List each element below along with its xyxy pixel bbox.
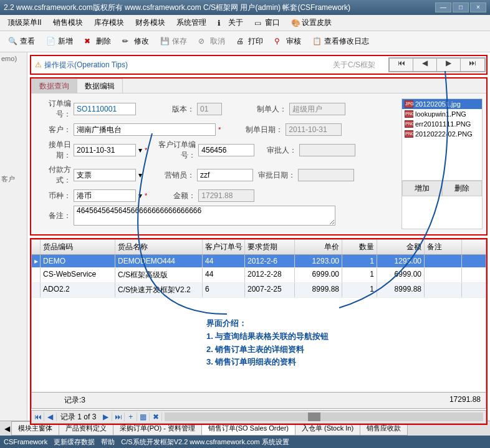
remark-input[interactable]: 464564564564566666666666666666	[74, 206, 335, 226]
pager-del[interactable]: ▦	[137, 412, 150, 421]
status-cache[interactable]: 更新缓存数据	[54, 437, 95, 447]
col-price[interactable]: 单价	[295, 240, 342, 254]
skin-icon: 🎨	[291, 19, 300, 27]
tips-center: 关于C/S框架	[320, 60, 388, 70]
table-row[interactable]: ▸ DEMODEMODEMO444442012-2-61293.0011293.…	[32, 255, 486, 268]
recv-date-input[interactable]	[74, 144, 136, 156]
search-icon: 🔍	[8, 37, 18, 47]
creator-label: 制单人：	[224, 104, 287, 115]
pager-last[interactable]: ⏭	[112, 412, 125, 421]
col-code[interactable]: 货品编码	[41, 240, 115, 254]
pay-input[interactable]	[74, 169, 136, 181]
status-framework[interactable]: CSFramework	[4, 438, 47, 446]
menu-stock[interactable]: 库存模块	[89, 16, 129, 29]
col-co[interactable]: 客户订单号	[203, 240, 245, 254]
cancel-icon: ⊘	[198, 37, 208, 47]
cust-order-label: 客户订单编号：	[150, 140, 196, 161]
file-add-button[interactable]: 增加	[402, 181, 442, 196]
statusbar: CSFramework 更新缓存数据 帮助 C/S系统开发框架V2.2 www.…	[0, 436, 490, 448]
info-icon: ℹ	[218, 19, 226, 27]
tips-label[interactable]: 操作提示(Operation Tips)	[44, 60, 128, 70]
minimize-button[interactable]: —	[435, 2, 451, 12]
left-panel: emo) 客户	[0, 52, 27, 421]
tab-edit[interactable]: 数据编辑	[77, 79, 123, 93]
cancel-button[interactable]: ⊘取消	[194, 34, 229, 49]
lp-customer[interactable]: 客户	[1, 174, 26, 184]
record-count: 记录:3	[33, 394, 117, 407]
version-label: 版本：	[138, 104, 195, 115]
nav-last-button[interactable]: ⏭	[461, 59, 484, 71]
col-date[interactable]: 要求货期	[245, 240, 295, 254]
col-qty[interactable]: 数量	[342, 240, 377, 254]
chevron-down-icon[interactable]: ▾	[138, 171, 142, 179]
h-scrollbar[interactable]	[165, 412, 483, 421]
file-item[interactable]: PNGerr20101111.PNG	[402, 119, 482, 129]
menu-sales[interactable]: 销售模块	[48, 16, 88, 29]
menu-finance[interactable]: 财务模块	[130, 16, 170, 29]
toolbar: 🔍查看 📄新增 ✖删除 ✏修改 💾保存 ⊘取消 🖨打印 ⚲审核 📋查看修改日志	[0, 31, 490, 52]
approve-button[interactable]: ⚲审核	[270, 34, 305, 49]
version-input	[197, 103, 222, 115]
menu-about[interactable]: ℹ关于	[213, 16, 248, 29]
edit-button[interactable]: ✏修改	[118, 34, 153, 49]
customer-input[interactable]	[74, 123, 216, 136]
chevron-down-icon[interactable]: ▾	[138, 191, 142, 200]
view-button[interactable]: 🔍查看	[4, 34, 39, 49]
order-no-input[interactable]	[74, 103, 136, 115]
tab-scroll-left[interactable]: ◀	[2, 424, 11, 433]
approve-date-input	[298, 169, 354, 181]
sales-input[interactable]	[197, 169, 253, 181]
file-del-button[interactable]: 删除	[442, 181, 482, 196]
menu-top[interactable]: 顶级菜单II	[2, 16, 47, 29]
pager-first[interactable]: ⏮	[32, 412, 44, 421]
pager-prev[interactable]: ◀	[44, 412, 57, 421]
col-name[interactable]: 货品名称	[115, 240, 203, 254]
nav-prev-button[interactable]: ◀	[413, 59, 437, 71]
maximize-button[interactable]: □	[453, 2, 469, 12]
currency-label: 币种：	[35, 191, 71, 201]
cust-order-input[interactable]	[198, 144, 254, 156]
menubar: 顶级菜单II 销售模块 库存模块 财务模块 系统管理 ℹ关于 ▭窗口 🎨设置皮肤	[0, 15, 490, 31]
pager-add[interactable]: +	[125, 412, 137, 421]
nav-next-button[interactable]: ▶	[437, 59, 461, 71]
chevron-down-icon[interactable]: ▾	[138, 146, 142, 155]
amount-label: 金额：	[150, 191, 196, 201]
png-icon: PNG	[405, 120, 413, 128]
menu-system[interactable]: 系统管理	[171, 16, 211, 29]
recv-date-label: 接单日期：	[35, 140, 71, 161]
status-help[interactable]: 帮助	[101, 437, 115, 447]
approver-label: 审批人：	[257, 145, 297, 156]
sales-label: 营销员：	[145, 170, 195, 181]
order-no-label: 订单编号：	[35, 98, 71, 120]
detail-grid: 货品编码 货品名称 客户订单号 要求货期 单价 数量 金额 备注 ▸ DEMOD…	[31, 239, 486, 409]
file-item[interactable]: PNG20120222-02.PNG	[402, 129, 482, 139]
creator-input	[289, 103, 345, 115]
pager-x[interactable]: ✖	[150, 412, 162, 421]
print-button[interactable]: 🖨打印	[232, 34, 267, 49]
file-item[interactable]: JPG201202051.jpg	[402, 99, 482, 109]
table-row[interactable]: ADO2.2C/S快速开发框架V2.262007-2-258999.881899…	[32, 283, 486, 298]
intro-annotation: 界面介绍： 1. 与查询结果表格关联的导航按钮 2. 销售订单主表的详细资料 3…	[206, 317, 329, 369]
delete-button[interactable]: ✖删除	[80, 34, 115, 49]
col-rmk[interactable]: 备注	[425, 240, 462, 254]
currency-input[interactable]	[74, 189, 136, 202]
log-button[interactable]: 📋查看修改日志	[308, 34, 373, 49]
pager-next[interactable]: ▶	[100, 412, 112, 421]
create-date-input	[286, 123, 342, 136]
menu-skin[interactable]: 🎨设置皮肤	[286, 16, 337, 29]
close-button[interactable]: ×	[470, 2, 486, 12]
file-item[interactable]: PNGlookupwin1.PNG	[402, 109, 482, 119]
pager-text: 记录 1 of 3	[57, 412, 100, 422]
save-button[interactable]: 💾保存	[156, 34, 191, 49]
tab-query[interactable]: 数据查询	[31, 79, 77, 93]
file-panel: JPG201202051.jpg PNGlookupwin1.PNG PNGer…	[401, 98, 483, 229]
lp-demo[interactable]: emo)	[1, 55, 26, 62]
title-text: 2.2 www.csframework.com版权所有 www.csframew…	[4, 2, 435, 13]
menu-window[interactable]: ▭窗口	[249, 16, 285, 29]
edit-icon: ✏	[122, 37, 132, 47]
add-button[interactable]: 📄新增	[42, 34, 77, 49]
table-row[interactable]: CS-WebServiceC/S框架高级版442012-2-286999.001…	[32, 268, 486, 283]
nav-first-button[interactable]: ⏮	[390, 59, 413, 71]
col-amt[interactable]: 金额	[377, 240, 425, 254]
create-date-label: 制单日期：	[223, 125, 283, 135]
